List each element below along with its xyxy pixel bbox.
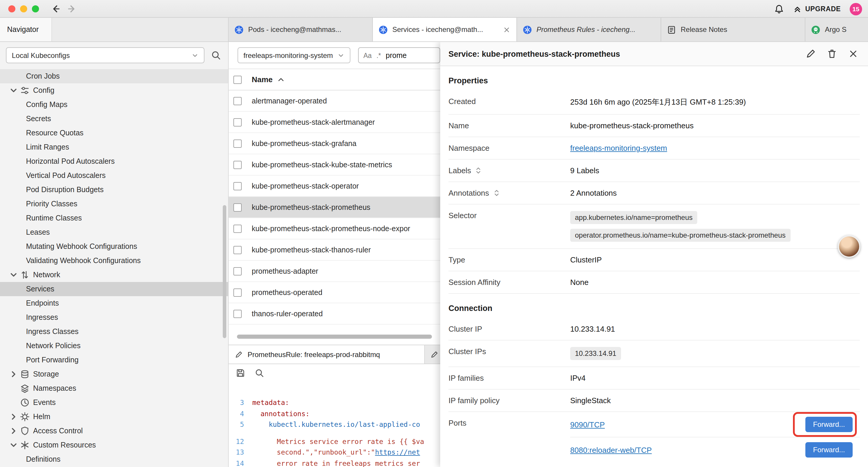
navigator-tab[interactable]: Navigator bbox=[0, 18, 52, 41]
namespace-selector[interactable]: freeleaps-monitoring-system bbox=[238, 47, 350, 63]
yaml-editor[interactable]: 3metadata:4 annotations:5 kubectl.kubern… bbox=[229, 382, 440, 467]
name-column-header[interactable]: Name bbox=[252, 75, 273, 84]
sort-toggle-icon[interactable] bbox=[493, 189, 500, 197]
port-link[interactable]: 9090/TCP bbox=[570, 420, 605, 429]
chevron-down-icon[interactable] bbox=[9, 440, 18, 450]
row-checkbox[interactable] bbox=[234, 203, 242, 211]
sidebar-item-namespaces[interactable]: Namespaces bbox=[0, 381, 228, 396]
table-row-thanos-ruler-operated[interactable]: thanos-ruler-operated bbox=[229, 303, 440, 324]
row-checkbox[interactable] bbox=[234, 288, 242, 296]
dock-tab-prometheusrule[interactable]: PrometheusRule: freeleaps-prod-rabbitmq bbox=[229, 345, 425, 363]
sidebar-item-resource-quotas[interactable]: Resource Quotas bbox=[0, 126, 228, 140]
sidebar-item-secrets[interactable]: Secrets bbox=[0, 112, 228, 126]
row-checkbox[interactable] bbox=[234, 224, 242, 233]
table-row-kube-prometheus-stack-prometheus[interactable]: kube-prometheus-stack-prometheus bbox=[229, 197, 440, 218]
table-row-alertmanager-operated[interactable]: alertmanager-operated bbox=[229, 90, 440, 112]
sidebar-item-priority-classes[interactable]: Priority Classes bbox=[0, 197, 228, 211]
traffic-light-minimize-button[interactable] bbox=[20, 5, 27, 12]
tab-services-icecheng-math[interactable]: Services - icecheng@math... bbox=[373, 18, 517, 41]
regex-toggle[interactable]: .* bbox=[376, 52, 381, 59]
chevron-down-icon[interactable] bbox=[9, 270, 18, 280]
sidebar-item-storage[interactable]: Storage bbox=[0, 367, 228, 381]
sidebar-item-events[interactable]: Events bbox=[0, 396, 228, 410]
search-icon[interactable] bbox=[211, 50, 221, 60]
table-row-kube-prometheus-stack-kube-state-metrics[interactable]: kube-prometheus-stack-kube-state-metrics bbox=[229, 154, 440, 176]
sidebar-item-cron-jobs[interactable]: Cron Jobs bbox=[0, 69, 228, 83]
row-checkbox[interactable] bbox=[234, 97, 242, 105]
table-row-kube-prometheus-stack-alertmanager[interactable]: kube-prometheus-stack-alertmanager bbox=[229, 112, 440, 133]
sidebar-item-leases[interactable]: Leases bbox=[0, 225, 228, 239]
sidebar-item-access-control[interactable]: Access Control bbox=[0, 424, 228, 438]
tab-pods-icecheng-mathmas[interactable]: Pods - icecheng@mathmas... bbox=[229, 18, 373, 41]
sidebar-item-network-policies[interactable]: Network Policies bbox=[0, 339, 228, 353]
kubeconfig-selector[interactable]: Local Kubeconfigs bbox=[6, 47, 205, 63]
row-name: thanos-ruler-operated bbox=[252, 310, 322, 318]
dock-tab-next-partial[interactable] bbox=[425, 345, 438, 363]
chevron-down-icon[interactable] bbox=[9, 86, 18, 95]
traffic-light-close-button[interactable] bbox=[8, 5, 16, 12]
sidebar-item-definitions[interactable]: Definitions bbox=[0, 452, 228, 466]
table-row-prometheus-operated[interactable]: prometheus-operated bbox=[229, 282, 440, 303]
chevron-right-icon[interactable] bbox=[9, 426, 18, 436]
traffic-light-maximize-button[interactable] bbox=[32, 5, 39, 12]
forward-button[interactable]: Forward... bbox=[805, 442, 852, 458]
sidebar-item-endpoints[interactable]: Endpoints bbox=[0, 296, 228, 310]
sidebar-item-horizontal-pod-autoscalers[interactable]: Horizontal Pod Autoscalers bbox=[0, 154, 228, 169]
argo-icon bbox=[811, 25, 820, 34]
notifications-bell-icon[interactable] bbox=[774, 4, 784, 14]
close-icon[interactable] bbox=[503, 26, 510, 33]
save-icon[interactable] bbox=[236, 368, 245, 378]
horizontal-scrollbar[interactable] bbox=[237, 334, 432, 339]
table-row-kube-prometheus-stack-thanos-ruler[interactable]: kube-prometheus-stack-thanos-ruler bbox=[229, 239, 440, 261]
chevron-right-icon[interactable] bbox=[9, 370, 18, 379]
row-checkbox[interactable] bbox=[234, 245, 242, 254]
sidebar-item-validating-webhook-configurations[interactable]: Validating Webhook Configurations bbox=[0, 254, 228, 268]
sidebar-item-custom-resources[interactable]: Custom Resources bbox=[0, 438, 228, 452]
select-all-checkbox[interactable] bbox=[234, 76, 242, 84]
search-input[interactable]: Aa .* prome bbox=[358, 47, 440, 63]
table-row-kube-prometheus-stack-operator[interactable]: kube-prometheus-stack-operator bbox=[229, 176, 440, 197]
editor-search-icon[interactable] bbox=[255, 368, 264, 378]
sort-toggle-icon[interactable] bbox=[475, 167, 482, 174]
sidebar-item-ingress-classes[interactable]: Ingress Classes bbox=[0, 324, 228, 339]
forward-nav-button[interactable] bbox=[67, 4, 77, 13]
row-checkbox[interactable] bbox=[234, 310, 242, 318]
row-checkbox[interactable] bbox=[234, 160, 242, 169]
notification-count-badge[interactable]: 15 bbox=[850, 3, 862, 15]
tab-argo-s[interactable]: Argo S bbox=[805, 18, 868, 41]
chevron-right-icon[interactable] bbox=[9, 412, 18, 421]
port-link[interactable]: 8080:reloader-web/TCP bbox=[570, 445, 652, 454]
table-row-kube-prometheus-stack-grafana[interactable]: kube-prometheus-stack-grafana bbox=[229, 133, 440, 154]
back-button[interactable] bbox=[51, 4, 60, 13]
delete-icon[interactable] bbox=[827, 49, 837, 59]
sidebar-item-services[interactable]: Services bbox=[0, 282, 228, 296]
sidebar-item-vertical-pod-autoscalers[interactable]: Vertical Pod Autoscalers bbox=[0, 169, 228, 183]
sidebar-item-pod-disruption-budgets[interactable]: Pod Disruption Budgets bbox=[0, 183, 228, 197]
tab-prometheus-rules-icecheng[interactable]: Prometheus Rules - icecheng... bbox=[517, 18, 661, 41]
sidebar-item-ingresses[interactable]: Ingresses bbox=[0, 310, 228, 324]
sidebar-item-network[interactable]: Network bbox=[0, 268, 228, 282]
row-checkbox[interactable] bbox=[234, 118, 242, 126]
row-checkbox[interactable] bbox=[234, 182, 242, 190]
sidebar-item-config[interactable]: Config bbox=[0, 83, 228, 97]
sidebar-item-mutating-webhook-configurations[interactable]: Mutating Webhook Configurations bbox=[0, 239, 228, 254]
sidebar-scrollbar[interactable] bbox=[223, 205, 226, 338]
sidebar-item-config-maps[interactable]: Config Maps bbox=[0, 97, 228, 112]
close-icon[interactable] bbox=[848, 49, 859, 59]
user-avatar[interactable] bbox=[838, 235, 860, 258]
match-case-toggle[interactable]: Aa bbox=[363, 52, 372, 59]
tab-release-notes[interactable]: Release Notes bbox=[661, 18, 805, 41]
sidebar-item-helm[interactable]: Helm bbox=[0, 410, 228, 424]
sidebar-item-port-forwarding[interactable]: Port Forwarding bbox=[0, 353, 228, 367]
forward-button[interactable]: Forward... bbox=[805, 417, 852, 432]
upgrade-button[interactable]: UPGRADE bbox=[793, 4, 841, 13]
detail-link[interactable]: freeleaps-monitoring-system bbox=[570, 144, 667, 152]
sidebar-item-runtime-classes[interactable]: Runtime Classes bbox=[0, 211, 228, 225]
table-row-kube-prometheus-stack-prometheus-node-expor[interactable]: kube-prometheus-stack-prometheus-node-ex… bbox=[229, 218, 440, 239]
table-row-prometheus-adapter[interactable]: prometheus-adapter bbox=[229, 261, 440, 282]
sidebar-item-limit-ranges[interactable]: Limit Ranges bbox=[0, 140, 228, 154]
edit-icon[interactable] bbox=[805, 49, 816, 59]
sort-ascending-icon[interactable] bbox=[278, 77, 284, 82]
row-checkbox[interactable] bbox=[234, 267, 242, 275]
row-checkbox[interactable] bbox=[234, 139, 242, 147]
